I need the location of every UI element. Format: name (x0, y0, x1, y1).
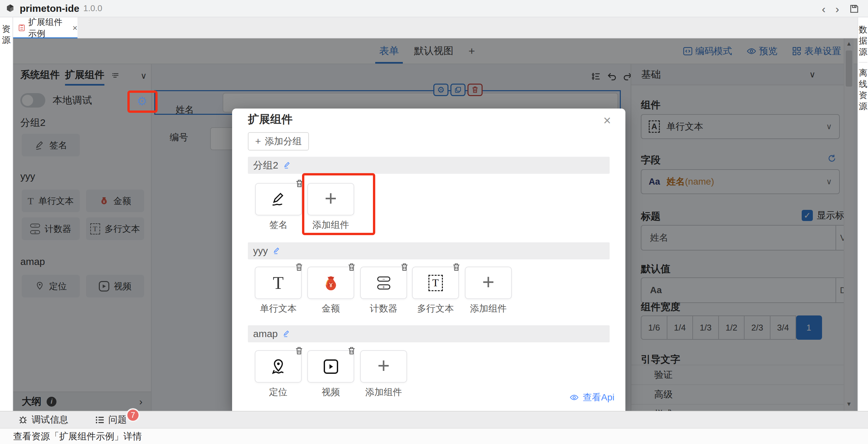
tab-extension-example[interactable]: 扩展组件示例 × (13, 18, 78, 38)
svg-text:¥: ¥ (103, 199, 105, 203)
title-input[interactable]: 姓名 V (641, 225, 844, 250)
field-label: 字段 (641, 153, 660, 167)
modal-tile-video[interactable]: 视频 (307, 350, 354, 399)
section-row-advanced[interactable]: 高级 (631, 384, 844, 404)
tab-close-icon[interactable]: × (72, 23, 78, 33)
field-label: 编号 (139, 131, 188, 144)
form-settings-button[interactable]: 表单设置 (792, 45, 841, 57)
show-label-checkbox-row[interactable]: ✓ 显示标签 (802, 209, 844, 222)
panel-collapse-icon[interactable]: ∨ (141, 71, 147, 81)
inspector-section-basic[interactable]: 基础 ∨ (631, 64, 844, 85)
outline-bar[interactable]: 大纲 i › (13, 391, 151, 411)
close-icon[interactable]: × (603, 113, 611, 128)
modal-tile-add-component[interactable]: + 添加组件 (465, 267, 512, 315)
app-logo-icon (5, 4, 15, 13)
modal-group-header: yyy (248, 242, 610, 260)
show-label-text: 显示标签 (817, 209, 844, 222)
width-option[interactable]: 1/4 (668, 315, 693, 340)
default-value-input[interactable]: Aa D (641, 277, 844, 303)
problems-button[interactable]: 问题 7 (95, 413, 127, 426)
row-label: 样式 (654, 408, 673, 411)
plus-icon: + (377, 355, 390, 376)
field-copy-button[interactable] (451, 83, 466, 96)
outline-tree-icon[interactable] (591, 71, 601, 82)
width-option[interactable]: 1/2 (719, 315, 745, 340)
width-option[interactable]: 2/3 (745, 315, 771, 340)
scroll-up-icon[interactable]: ▲ (844, 40, 854, 47)
section-row-validation[interactable]: 验证 (631, 365, 844, 384)
tab-extension-components[interactable]: 扩展组件 (65, 68, 104, 86)
outline-expand-icon[interactable]: › (139, 396, 143, 407)
delete-component-icon[interactable] (347, 263, 356, 272)
width-option-selected[interactable]: 1 (796, 315, 822, 340)
component-item-location[interactable]: 定位 (22, 275, 80, 298)
component-select[interactable]: A 单行文本 ∨ (641, 114, 840, 139)
rail-item-datasource[interactable]: 数据源 (858, 24, 868, 57)
default-binding-button[interactable]: D (836, 278, 844, 302)
add-group-button[interactable]: + 添加分组 (248, 132, 309, 150)
add-view-button[interactable]: + (468, 44, 475, 57)
toggle-knob (22, 95, 33, 106)
title-binding-button[interactable]: V (836, 226, 844, 250)
left-rail: 资源 (0, 18, 13, 411)
nav-forward-icon[interactable]: › (836, 3, 839, 14)
panel-menu-icon[interactable] (112, 71, 120, 80)
row-label: 验证 (654, 369, 673, 381)
width-option[interactable]: 3/4 (771, 315, 797, 340)
save-icon[interactable] (849, 4, 860, 14)
scroll-down-icon[interactable]: ▼ (844, 401, 854, 408)
edit-pencil-icon[interactable] (282, 330, 291, 338)
field-delete-button[interactable] (467, 83, 483, 96)
field-settings-button[interactable]: ⚙ (433, 83, 448, 96)
component-item-label: 单行文本 (38, 195, 74, 207)
code-mode-button[interactable]: 编码模式 (683, 45, 732, 57)
edit-pencil-icon[interactable] (283, 161, 291, 170)
modal-tile-amount[interactable]: ¥ 金额 (307, 267, 354, 315)
preview-button[interactable]: 预览 (747, 45, 777, 57)
field-type-icon: Aa (649, 177, 660, 187)
delete-component-icon[interactable] (400, 263, 409, 272)
rail-item-offline-resources[interactable]: 离线资源 (858, 67, 868, 112)
debug-info-button[interactable]: 调试信息 (18, 413, 68, 426)
width-option[interactable]: 1/3 (693, 315, 719, 340)
component-item-amount[interactable]: ¥ 金额 (86, 190, 144, 212)
component-item-video[interactable]: 视频 (86, 275, 144, 298)
refresh-field-icon[interactable] (827, 153, 837, 163)
modal-tile-signature[interactable]: 签名 (255, 183, 302, 231)
delete-component-icon[interactable] (294, 346, 304, 355)
group-name: amap (253, 328, 278, 339)
rail-item-resources[interactable]: 资源 (1, 23, 11, 45)
component-item-signature[interactable]: 签名 (22, 134, 80, 157)
modal-tile-add-component[interactable]: + 添加组件 (360, 350, 407, 399)
section-row-style[interactable]: 样式 (631, 404, 844, 411)
checkbox-checked-icon[interactable]: ✓ (802, 210, 813, 221)
local-debug-toggle[interactable] (20, 93, 45, 108)
view-api-link[interactable]: 查看Api (569, 391, 614, 404)
document-tab-strip: 扩展组件示例 × (13, 18, 858, 38)
delete-component-icon[interactable] (452, 263, 461, 272)
inspector-scrollbar[interactable]: ▲ ▼ (844, 38, 854, 411)
grid-settings-icon (792, 46, 802, 56)
scrollbar-thumb[interactable] (846, 50, 852, 87)
component-item-single-line-text[interactable]: T 单行文本 (22, 190, 80, 212)
field-value: 姓名 (667, 175, 685, 188)
edit-pencil-icon[interactable] (273, 247, 281, 255)
delete-component-icon[interactable] (347, 346, 356, 355)
status-text: 查看资源「扩展组件示例」详情 (13, 430, 142, 443)
tab-default-view[interactable]: 默认视图 (414, 44, 453, 58)
component-item-counter[interactable]: − + 计数器 (22, 217, 80, 240)
width-option[interactable]: 1/6 (641, 315, 668, 340)
component-item-label: 签名 (50, 139, 67, 151)
pen-icon (34, 140, 45, 150)
modal-tile-location[interactable]: 定位 (255, 350, 302, 399)
nav-back-icon[interactable]: ‹ (822, 3, 825, 14)
modal-tile-counter[interactable]: − + 计数器 (360, 267, 407, 315)
component-item-multi-line-text[interactable]: T 多行文本 (86, 217, 144, 240)
tab-form[interactable]: 表单 (379, 44, 399, 58)
modal-tile-single-line-text[interactable]: T 单行文本 (255, 267, 302, 315)
tab-system-components[interactable]: 系统组件 (20, 68, 60, 86)
modal-tile-multi-line-text[interactable]: T 多行文本 (412, 267, 459, 315)
undo-icon[interactable] (607, 71, 617, 82)
delete-component-icon[interactable] (294, 263, 304, 272)
field-select[interactable]: Aa 姓名 (name) ∨ (641, 169, 840, 194)
